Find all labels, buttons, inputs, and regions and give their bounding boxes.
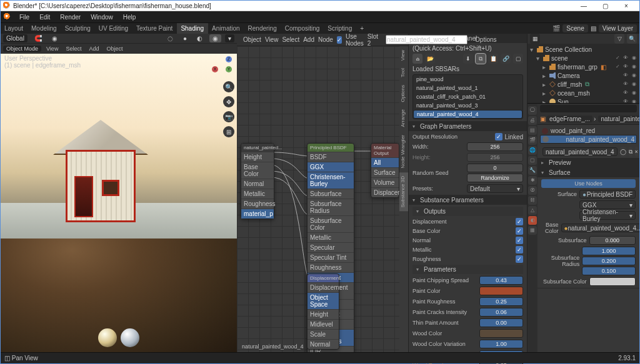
- n-tab-arrange[interactable]: Arrange: [399, 106, 408, 130]
- subsurf-color-field[interactable]: [589, 277, 636, 286]
- outputs-subheader[interactable]: ▾Outputs: [412, 207, 523, 216]
- n-tab-view[interactable]: View: [399, 46, 408, 64]
- material-name-field[interactable]: [386, 35, 468, 44]
- menu-help[interactable]: Help: [121, 14, 139, 21]
- sbsar-list[interactable]: pine_wood natural_painted_wood_1 coastal…: [412, 74, 523, 119]
- prop-tab-output-icon[interactable]: 🖨: [528, 116, 537, 125]
- shading-mode-wireframe-icon[interactable]: ◌: [164, 34, 176, 42]
- viewport-menu-view[interactable]: View: [44, 46, 61, 52]
- scene-dropdown[interactable]: Scene: [562, 24, 588, 32]
- ne-menu-view[interactable]: View: [265, 36, 279, 43]
- n-tab-options[interactable]: Options: [399, 81, 408, 106]
- material-unlink-icon[interactable]: ×: [635, 147, 638, 157]
- outliner-editor-icon[interactable]: ▦: [530, 34, 540, 44]
- ne-menu-select[interactable]: Select: [282, 36, 299, 43]
- subsurf-radius-0[interactable]: 1.000: [582, 247, 636, 255]
- substance-parameters-header[interactable]: ▾Substance Parameters: [409, 195, 527, 205]
- shading-mode-matprev-icon[interactable]: ◐: [194, 34, 206, 42]
- sbsar-item[interactable]: pine_wood: [413, 75, 522, 84]
- ne-options-dropdown[interactable]: Options: [475, 36, 496, 43]
- distribution-dropdown[interactable]: GGX▾: [579, 200, 636, 209]
- presets-dropdown[interactable]: Default▾: [467, 184, 523, 193]
- prop-tab-constraints-icon[interactable]: ⛓: [528, 196, 537, 205]
- ne-menu-node[interactable]: Node: [318, 36, 333, 43]
- subsurf-radius-1[interactable]: 0.200: [582, 257, 636, 265]
- prop-tab-object-icon[interactable]: ▢: [528, 156, 537, 165]
- workspace-tab-add[interactable]: +: [356, 23, 368, 34]
- proportional-edit-toggle[interactable]: ◉: [49, 34, 61, 42]
- prop-tab-physics-icon[interactable]: ⦿: [528, 186, 537, 195]
- sbsar-item[interactable]: natural_painted_wood_4: [413, 110, 522, 119]
- workspace-tab-uvediting[interactable]: UV Editing: [95, 23, 132, 34]
- subsurf-method-dropdown[interactable]: Christensen-Burley▾: [579, 211, 636, 220]
- sbsar-action-copy-icon[interactable]: 📋: [488, 54, 498, 64]
- window-maximize-button[interactable]: ▢: [594, 1, 616, 11]
- sbsar-item[interactable]: natural_painted_wood_1: [413, 84, 522, 92]
- shader-type-dropdown[interactable]: Object: [243, 36, 261, 43]
- shading-mode-solid-icon[interactable]: ●: [180, 34, 190, 42]
- viewport-menu-add[interactable]: Add: [86, 46, 101, 52]
- n-tab-tool[interactable]: Tool: [399, 64, 408, 81]
- workspace-tab-compositing[interactable]: Compositing: [281, 23, 324, 34]
- sbsar-item[interactable]: coastal_cliff_rock_patch_01: [413, 92, 522, 101]
- prop-tab-material-icon[interactable]: ◐: [528, 216, 537, 225]
- parameters-subheader[interactable]: ▾Parameters: [412, 265, 523, 274]
- slot-dropdown[interactable]: Slot 2: [368, 33, 378, 47]
- output-roughness-check[interactable]: ✓: [516, 255, 523, 263]
- n-tab-substance3d[interactable]: Substance 3D: [399, 172, 408, 211]
- menu-window[interactable]: Window: [88, 14, 116, 21]
- sbsar-item[interactable]: natural_painted_wood_3: [413, 101, 522, 110]
- use-nodes-button[interactable]: Use Nodes: [541, 179, 636, 188]
- param-wood-color-var[interactable]: 1.00: [479, 340, 523, 348]
- outliner-filter-icon[interactable]: ▽: [614, 34, 624, 44]
- workspace-tab-shading[interactable]: Shading: [177, 23, 208, 34]
- sbsar-action-link-icon[interactable]: 🔗: [501, 54, 511, 64]
- output-normal-check[interactable]: ✓: [516, 237, 523, 244]
- prop-tab-texture-icon[interactable]: ▦: [528, 226, 537, 235]
- node-substance-output[interactable]: natural_painted... Height Base Color Nor…: [241, 143, 274, 219]
- workspace-tab-scripting[interactable]: Scripting: [324, 23, 356, 34]
- use-nodes-checkbox[interactable]: ✓: [337, 36, 342, 44]
- output-basecolor-check[interactable]: ✓: [516, 227, 523, 235]
- sbsar-action-remove-icon[interactable]: ▢: [513, 54, 523, 64]
- snap-toggle[interactable]: 🧲: [31, 34, 45, 42]
- material-slot[interactable]: natural_painted_wood_4: [540, 135, 637, 144]
- material-slot-list[interactable]: wood_paint_red natural_painted_wood_4: [538, 125, 639, 145]
- menu-edit[interactable]: Edit: [37, 14, 52, 21]
- menu-render[interactable]: Render: [58, 14, 83, 21]
- param-cracks[interactable]: 0.06: [479, 308, 523, 317]
- sbsar-action-apply-icon[interactable]: ⧉: [476, 54, 486, 64]
- output-displacement-check[interactable]: ✓: [516, 218, 523, 225]
- workspace-tab-modeling[interactable]: Modeling: [28, 23, 61, 34]
- prop-tab-world-icon[interactable]: 🌐: [528, 146, 537, 155]
- transform-orientation-dropdown[interactable]: Global: [3, 34, 28, 42]
- prop-tab-viewlayer-icon[interactable]: ▤: [528, 126, 537, 135]
- sbsar-action-download-icon[interactable]: ⬇: [463, 54, 473, 64]
- random-seed-field[interactable]: 0: [467, 164, 523, 172]
- linked-check[interactable]: ✓: [495, 133, 502, 140]
- window-minimize-button[interactable]: —: [573, 1, 594, 11]
- node-material-output[interactable]: Material Output All Surface Volume Displ…: [371, 143, 399, 198]
- param-thin-paint[interactable]: 0.00: [479, 318, 523, 327]
- toggle-perspective-icon[interactable]: ⊞: [223, 126, 234, 137]
- material-slot[interactable]: wood_paint_red: [540, 127, 637, 135]
- material-picker[interactable]: natural_painted_wood_4: [542, 147, 618, 156]
- prop-tab-modifiers-icon[interactable]: 🔧: [528, 166, 537, 175]
- prop-tab-particles-icon[interactable]: ✱: [528, 176, 537, 185]
- properties-search-input[interactable]: [540, 105, 637, 112]
- substance-load-icon[interactable]: 📂: [425, 54, 435, 64]
- mode-dropdown[interactable]: Object Mode: [3, 46, 41, 52]
- viewport-nav-gizmo[interactable]: Z X Y: [212, 56, 233, 77]
- shading-mode-rendered-icon[interactable]: ◉: [209, 34, 221, 42]
- viewport-menu-select[interactable]: Select: [63, 46, 84, 52]
- zoom-tool-icon[interactable]: 🔍: [223, 81, 234, 92]
- param-paint-roughness[interactable]: 0.25: [479, 297, 523, 306]
- node-editor-canvas[interactable]: natural_painted... Height Base Color Nor…: [237, 46, 408, 352]
- subsurface-field[interactable]: 0.000: [589, 236, 636, 245]
- n-tab-nodewrangler[interactable]: Node Wrangler: [399, 131, 408, 172]
- viewport-3d[interactable]: User Perspective (1) scene | edgeframe_m…: [1, 54, 237, 352]
- window-close-button[interactable]: ×: [616, 1, 637, 11]
- prop-tab-data-icon[interactable]: △: [528, 206, 537, 215]
- outliner-search-icon[interactable]: 🔍: [627, 34, 637, 44]
- output-metallic-check[interactable]: ✓: [516, 246, 523, 253]
